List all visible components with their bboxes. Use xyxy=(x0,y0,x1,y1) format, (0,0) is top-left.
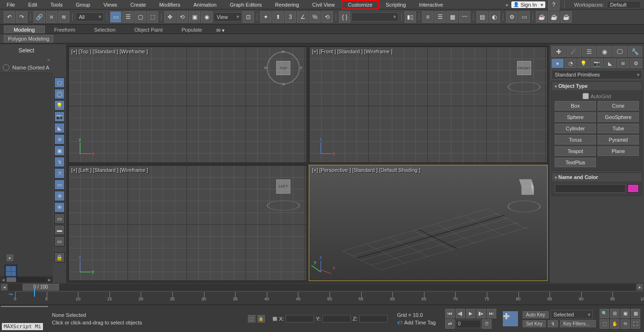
select-object-button[interactable]: ▭ xyxy=(110,11,121,23)
prev-frame-button[interactable]: ◂▮ xyxy=(456,309,465,318)
filter-hidden-icon[interactable]: 👁 xyxy=(54,202,65,213)
scene-explorer-column-header[interactable]: Name (Sorted A xyxy=(0,62,53,73)
goto-start-button[interactable]: ⏮ xyxy=(445,309,455,318)
current-frame-indicator[interactable] xyxy=(34,289,35,297)
ribbon-tab-populate[interactable]: Populate xyxy=(172,26,211,34)
rendered-frame-button[interactable]: ▭ xyxy=(518,11,530,23)
absolute-relative-icon[interactable]: ▦ xyxy=(272,315,277,322)
expand-panel-button[interactable]: ▸ xyxy=(7,255,13,261)
layer-explorer-button[interactable]: ☰ xyxy=(434,11,446,23)
zoom-extents-all-button[interactable]: ▦ xyxy=(631,309,640,318)
tab-create[interactable]: ✚ xyxy=(551,46,566,57)
spinner-snap-button[interactable]: ⟲ xyxy=(322,11,333,23)
timeslider-next-icon[interactable]: ▸ xyxy=(636,284,643,290)
workspaces-dropdown[interactable]: Default xyxy=(607,1,641,9)
viewport-front[interactable]: [+] [Front ] [Standard ] [Wireframe ] FR… xyxy=(309,46,548,163)
create-torus-button[interactable]: Torus xyxy=(555,135,596,145)
viewport-top[interactable]: [+] [Top ] [Standard ] [Wireframe ] TOP … xyxy=(68,46,307,163)
next-frame-button[interactable]: ▮▸ xyxy=(476,309,486,318)
menu-interactive[interactable]: Interactive xyxy=(413,0,450,9)
percent-snap-button[interactable]: % xyxy=(309,11,321,23)
tab-motion[interactable]: ◉ xyxy=(597,46,611,57)
key-filter-icon[interactable]: ↯ xyxy=(548,320,558,327)
add-time-tag-button[interactable]: Add Time Tag xyxy=(404,320,436,325)
scale-button[interactable]: ▣ xyxy=(189,11,200,23)
create-geosphere-button[interactable]: GeoSphere xyxy=(598,112,639,122)
sub-shapes[interactable]: ◔ xyxy=(565,59,577,68)
align-button[interactable]: ≡ xyxy=(422,11,433,23)
filter-all-icon[interactable]: ▬ xyxy=(54,225,65,235)
render-production-button[interactable]: ☕ xyxy=(536,11,547,23)
window-crossing-button[interactable]: ⬚ xyxy=(147,11,158,23)
selection-filter-dropdown[interactable]: All xyxy=(76,12,104,22)
goto-end-button[interactable]: ⏭ xyxy=(487,309,496,318)
help-icon[interactable]: ? xyxy=(548,0,559,10)
time-tag-icon[interactable]: 🏷 xyxy=(397,320,402,325)
selection-lock-box[interactable] xyxy=(1,306,48,307)
key-target-dropdown[interactable]: Selected xyxy=(551,310,593,319)
scroll-left-icon[interactable]: ◂ xyxy=(0,277,7,283)
sign-in-button[interactable]: Sign In xyxy=(511,1,545,8)
menu-scripting[interactable]: Scripting xyxy=(379,0,413,9)
menu-rendering[interactable]: Rendering xyxy=(269,0,306,9)
bind-spacewarp-button[interactable]: ≋ xyxy=(58,11,69,23)
time-slider-thumb[interactable]: 0 / 100 xyxy=(23,284,59,290)
viewport-front-label[interactable]: [+] [Front ] [Standard ] [Wireframe ] xyxy=(312,49,392,54)
rotate-button[interactable]: ⟲ xyxy=(177,11,188,23)
ref-coord-dropdown[interactable]: View xyxy=(213,12,242,22)
key-filters-button[interactable]: Key Filters... xyxy=(560,320,596,327)
ribbon-mail-icon[interactable]: ✉ ▾ xyxy=(216,27,225,34)
viewcube-left[interactable]: LEFT xyxy=(267,170,300,203)
menu-tools[interactable]: Tools xyxy=(44,0,69,9)
viewport-perspective[interactable]: [+] [Perspective ] [Standard ] [Default … xyxy=(309,165,548,281)
menu-civil-view[interactable]: Civil View xyxy=(305,0,341,9)
keyboard-shortcut-button[interactable]: ⬆ xyxy=(272,11,284,23)
setkey-button[interactable]: Set Key xyxy=(523,320,546,327)
pan-button[interactable]: ✋ xyxy=(610,319,619,329)
named-selection-button[interactable]: { } xyxy=(339,11,350,23)
ribbon-tab-selection[interactable]: Selection xyxy=(85,26,125,34)
filter-invert-icon[interactable]: ▭ xyxy=(54,236,65,247)
tab-display[interactable]: 🖵 xyxy=(612,46,627,57)
filter-bones-icon[interactable]: ⚻ xyxy=(54,168,65,179)
curve-editor-button[interactable]: 〰 xyxy=(459,11,470,23)
menu-customize[interactable]: Customize xyxy=(341,0,379,9)
orbit-button[interactable]: ⟲ xyxy=(620,319,630,329)
snap-toggle-button[interactable]: 3 xyxy=(285,11,296,23)
tab-hierarchy[interactable]: ☰ xyxy=(582,46,596,57)
ribbon-panel-polygon-modeling[interactable]: Polygon Modeling xyxy=(4,35,53,43)
filter-helpers-icon[interactable]: ◣ xyxy=(54,123,65,133)
menu-modifiers[interactable]: Modifiers xyxy=(153,0,187,9)
x-field[interactable] xyxy=(286,315,314,323)
isolate-selection-icon[interactable]: ⬚ xyxy=(248,315,255,323)
render-activeshade-button[interactable]: ☕ xyxy=(560,11,572,23)
zoom-extents-button[interactable]: ▣ xyxy=(620,309,630,318)
rollout-name-color-header[interactable]: Name and Color xyxy=(552,173,642,181)
lock-selection-icon[interactable]: 🔒 xyxy=(54,252,65,263)
sub-geometry[interactable]: ● xyxy=(551,59,564,68)
menu-file[interactable]: File xyxy=(0,0,22,9)
current-frame-field[interactable] xyxy=(456,320,481,328)
create-pyramid-button[interactable]: Pyramid xyxy=(598,135,639,145)
object-color-swatch[interactable] xyxy=(627,184,639,193)
filter-none-icon[interactable]: ▭ xyxy=(54,213,65,224)
scene-explorer-hscroll[interactable]: ◂ ▸ xyxy=(0,276,53,283)
mirror-button[interactable]: ▮▯ xyxy=(405,11,416,23)
render-setup-button[interactable]: ⚙ xyxy=(506,11,517,23)
viewport-perspective-label[interactable]: [+] [Perspective ] [Standard ] [Default … xyxy=(312,167,421,173)
viewport-left-label[interactable]: [+] [Left ] [Standard ] [Wireframe ] xyxy=(71,167,148,173)
time-config-button[interactable]: ⏱ xyxy=(482,319,491,329)
viewcube-front[interactable]: FRONT xyxy=(508,51,541,85)
maximize-viewport-button[interactable]: ⛶ xyxy=(631,319,640,329)
menu-edit[interactable]: Edit xyxy=(22,0,44,9)
manipulate-button[interactable]: ✦ xyxy=(260,11,271,23)
autokey-button[interactable]: Auto Key xyxy=(523,311,549,318)
tab-modify[interactable]: ☄ xyxy=(567,46,581,57)
filter-spacewarps-icon[interactable]: ≋ xyxy=(54,134,65,145)
scene-explorer-list[interactable] xyxy=(0,73,53,276)
viewcube-top[interactable]: TOP N S W E xyxy=(267,51,300,85)
filter-geometry-icon[interactable]: ▢ xyxy=(54,77,65,88)
menu-group[interactable]: Group xyxy=(69,0,97,9)
ribbon-tab-object-paint[interactable]: Object Paint xyxy=(125,26,172,34)
render-iterative-button[interactable]: ☕ xyxy=(548,11,559,23)
